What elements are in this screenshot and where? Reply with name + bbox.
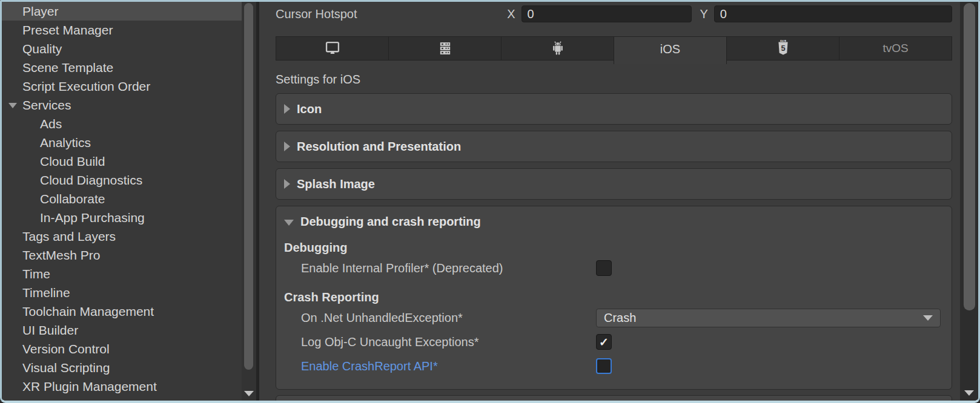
- tab-tvos[interactable]: tvOS: [839, 36, 952, 61]
- server-icon: [436, 40, 454, 57]
- sidebar-item-label: Services: [22, 98, 71, 112]
- sidebar-scrollbar[interactable]: [242, 2, 256, 401]
- cursor-hotspot-row: Cursor Hotspot X 0 Y 0: [276, 2, 952, 23]
- sidebar-item-label: Ads: [40, 117, 62, 131]
- desktop-icon: [323, 40, 342, 57]
- sidebar-item-toolchain-management[interactable]: Toolchain Management: [2, 302, 242, 321]
- sidebar-item-label: Tags and Layers: [22, 229, 116, 243]
- checkmark-icon: ✓: [599, 335, 609, 349]
- sidebar-item-label: Timeline: [22, 286, 70, 300]
- section-icon: Icon: [276, 93, 952, 125]
- sidebar-item-services[interactable]: Services: [2, 96, 242, 114]
- svg-text:HTML: HTML: [781, 40, 786, 42]
- sidebar-item-preset-manager[interactable]: Preset Manager: [2, 21, 242, 39]
- group-title-crash-reporting: Crash Reporting: [284, 289, 941, 306]
- sidebar-scroll-thumb[interactable]: [244, 3, 253, 370]
- tab-tvos-label: tvOS: [882, 42, 908, 55]
- checkbox-log-obj-c-uncaught-exceptions[interactable]: ✓: [596, 334, 612, 350]
- section-title: Debugging and crash reporting: [300, 215, 481, 229]
- section-header-icon[interactable]: Icon: [276, 94, 952, 124]
- sidebar-item-scene-template[interactable]: Scene Template: [2, 58, 242, 77]
- section-content: DebuggingEnable Internal Profiler* (Depr…: [276, 239, 952, 389]
- sidebar-item-ads[interactable]: Ads: [2, 114, 242, 133]
- sidebar-item-label: Collaborate: [40, 192, 105, 206]
- android-icon: [549, 39, 567, 57]
- property-value: ✓: [596, 334, 941, 350]
- tab-standalone[interactable]: [276, 36, 389, 61]
- sidebar-item-label: Scene Template: [22, 61, 113, 74]
- property-row-log-obj-c-uncaught-exceptions: Log Obj-C Uncaught Exceptions*✓: [284, 330, 941, 354]
- main-scroll-down-icon[interactable]: [964, 390, 974, 396]
- sidebar-item-label: Preset Manager: [22, 23, 113, 37]
- section-resolution-and-presentation: Resolution and Presentation: [276, 131, 952, 162]
- section-header-resolution-and-presentation[interactable]: Resolution and Presentation: [276, 131, 952, 162]
- sidebar-item-xr-plugin-management[interactable]: XR Plugin Management: [2, 377, 242, 396]
- html5-icon: HTML5: [775, 39, 792, 58]
- property-value: [596, 358, 941, 374]
- property-row-enable-crashreport-api: Enable CrashReport API*: [284, 354, 941, 378]
- sidebar-item-collaborate[interactable]: Collaborate: [2, 189, 242, 208]
- section-splash-image: Splash Image: [276, 168, 952, 200]
- sidebar-item-player[interactable]: Player: [2, 2, 242, 21]
- x-label: X: [507, 7, 515, 21]
- sidebar-item-label: Version Control: [22, 342, 110, 356]
- property-label: On .Net UnhandledException*: [284, 311, 596, 325]
- chevron-right-icon: [284, 142, 290, 151]
- sidebar-item-label: Cloud Diagnostics: [40, 173, 142, 187]
- sidebar-item-label: Cloud Build: [40, 154, 105, 168]
- sidebar-item-label: UI Builder: [22, 323, 78, 337]
- sidebar-item-ui-builder[interactable]: UI Builder: [2, 321, 242, 339]
- property-row-on-net-unhandledexception: On .Net UnhandledException*Crash: [284, 306, 941, 330]
- tab-dedicated-server[interactable]: [388, 36, 502, 61]
- sidebar-item-script-execution-order[interactable]: Script Execution Order: [2, 77, 242, 96]
- tab-webgl[interactable]: HTML5: [726, 36, 839, 61]
- tab-android[interactable]: [501, 36, 614, 61]
- project-settings-window: PlayerPreset ManagerQualityScene Templat…: [0, 0, 980, 403]
- sidebar-item-label: TextMesh Pro: [22, 248, 100, 262]
- section-header-splash-image[interactable]: Splash Image: [276, 169, 952, 199]
- sidebar-item-label: Toolchain Management: [22, 304, 154, 318]
- sidebar-item-analytics[interactable]: Analytics: [2, 133, 242, 152]
- y-label: Y: [700, 7, 708, 21]
- property-value: Crash: [596, 309, 941, 327]
- tab-ios[interactable]: iOS: [614, 36, 727, 64]
- checkbox-enable-internal-profiler-deprecated[interactable]: [596, 260, 612, 276]
- foldout-arrow-icon[interactable]: [8, 103, 17, 108]
- sidebar-item-label: Analytics: [40, 136, 91, 149]
- settings-title: Settings for iOS: [276, 73, 952, 87]
- platform-tabbar: iOSHTML5tvOS: [276, 36, 952, 61]
- sidebar-item-label: Time: [22, 267, 50, 281]
- y-input[interactable]: 0: [714, 5, 952, 22]
- main-scrollbar[interactable]: [960, 2, 978, 401]
- chevron-down-icon: [284, 220, 294, 226]
- sidebar-item-visual-scripting[interactable]: Visual Scripting: [2, 358, 242, 377]
- chevron-right-icon: [284, 179, 290, 189]
- sidebar-item-label: Visual Scripting: [22, 361, 110, 375]
- sidebar-item-timeline[interactable]: Timeline: [2, 283, 242, 302]
- tab-ios-label: iOS: [660, 42, 680, 56]
- sidebar-item-time[interactable]: Time: [2, 264, 242, 283]
- section-title: Splash Image: [297, 177, 375, 191]
- property-label: Enable CrashReport API*: [284, 359, 596, 373]
- main-scroll-thumb[interactable]: [964, 3, 975, 310]
- dropdown-on-net-unhandledexception[interactable]: Crash: [596, 309, 941, 327]
- section-header-debugging-and-crash-reporting[interactable]: Debugging and crash reporting: [276, 206, 952, 237]
- sidebar-item-cloud-build[interactable]: Cloud Build: [2, 152, 242, 171]
- sidebar-item-label: In-App Purchasing: [40, 211, 145, 224]
- sidebar-item-quality[interactable]: Quality: [2, 39, 242, 58]
- sidebar-item-tags-and-layers[interactable]: Tags and Layers: [2, 227, 242, 246]
- dropdown-value: Crash: [604, 311, 923, 325]
- sidebar-item-textmesh-pro[interactable]: TextMesh Pro: [2, 246, 242, 264]
- player-settings-panel: Cursor Hotspot X 0 Y 0 iOSHTML5tvOS Sett…: [259, 2, 960, 401]
- sidebar-item-cloud-diagnostics[interactable]: Cloud Diagnostics: [2, 171, 242, 189]
- sidebar-item-in-app-purchasing[interactable]: In-App Purchasing: [2, 208, 242, 227]
- next-section-partial[interactable]: [276, 395, 952, 401]
- sidebar-item-version-control[interactable]: Version Control: [2, 339, 242, 358]
- sidebar-item-label: Script Execution Order: [22, 79, 150, 93]
- property-row-enable-internal-profiler-deprecated: Enable Internal Profiler* (Deprecated): [284, 256, 941, 280]
- x-input[interactable]: 0: [521, 5, 692, 22]
- checkbox-enable-crashreport-api[interactable]: [596, 358, 612, 374]
- sidebar-item-label: Player: [22, 4, 59, 18]
- sidebar-item-label: XR Plugin Management: [22, 379, 157, 393]
- sidebar-scroll-down-icon[interactable]: [244, 391, 254, 396]
